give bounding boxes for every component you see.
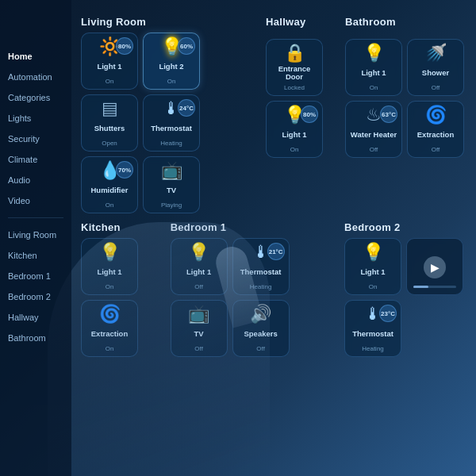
sidebar-item-video[interactable]: Video [0,192,71,209]
sidebar-item-kitchen[interactable]: Kitchen [0,247,71,264]
sidebar-item-bathroom[interactable]: Bathroom [0,329,71,347]
hallway-title: Hallway [266,16,337,28]
tile-speakers-bedroom1[interactable]: 🔊 Speakers Off [232,300,290,357]
bathroom-title-col: Bathroom [345,16,468,33]
status-bed1-tv: Off [194,345,203,352]
living-room-grid: 80% 🔆 Light 1 On 60% 💡 Light 2 On ▤ Shut… [81,33,258,213]
bed1-tv-icon: 📺 [188,305,209,323]
bedroom2-title: Bedroom 2 [344,221,468,233]
tile-water-heater[interactable]: 63°C ♨ Water Heater Off [345,101,402,158]
status-bed2-thermo: Heating [362,345,384,352]
tile-tv-bedroom1[interactable]: 📺 TV Off [171,300,228,357]
tile-light1-bedroom1[interactable]: 💡 Light 1 Off [171,238,228,295]
tile-thermostat-bedroom1[interactable]: 21°C 🌡 Thermostat Heating [232,238,290,295]
label-extraction-bathroom: Extraction [417,131,454,139]
bottom-row: Kitchen 💡 Light 1 On 🌀 Extraction On Bed… [81,221,468,357]
label-bed1-light: Light 1 [186,268,211,276]
tile-light1-hallway[interactable]: 80% 💡 Light 1 On [266,101,323,158]
status-kitchen-light: On [106,283,114,290]
status-light1: On [106,78,114,85]
kitchen-lamp-icon: 💡 [99,244,121,261]
tile-tv-livingroom[interactable]: 📺 TV Playing [143,156,200,213]
label-thermostat: Thermostat [151,125,192,132]
heater-icon: ♨ [366,106,382,124]
sidebar-item-hallway[interactable]: Hallway [0,309,71,326]
tile-light1-kitchen[interactable]: 💡 Light 1 On [81,238,138,295]
label-hallway-light: Light 1 [282,131,306,139]
label-speakers: Speakers [244,330,277,338]
hallway-bathroom-titles: Hallway Bathroom [266,16,468,33]
tile-thermostat-bedroom2[interactable]: 23°C 🌡 Thermostat Heating [344,300,401,357]
tile-shower[interactable]: 🚿 Shower Off [407,39,464,96]
tile-thermostat-livingroom[interactable]: 24°C 🌡 Thermostat Heating [143,94,200,152]
badge-light1: 80% [116,37,133,55]
hallway-title-col: Hallway [266,16,337,33]
label-entrance: Entrance Door [270,65,319,82]
label-humidifier: Humidifier [91,186,129,194]
tile-video-bedroom2[interactable]: ▶ [406,238,463,295]
bathroom-devices: 💡 Light 1 On 🚿 Shower Off 63°C ♨ Water H… [345,39,468,158]
status-entrance: Locked [284,84,305,91]
status-hallway-light: On [290,146,299,153]
bedroom1-grid: 💡 Light 1 Off 21°C 🌡 Thermostat Heating … [171,238,336,357]
tile-entrance-door[interactable]: 🔒 Entrance Door Locked [266,39,323,96]
sidebar-divider [8,217,63,218]
sidebar-item-audio[interactable]: Audio [0,171,71,189]
label-shutters: Shutters [94,125,125,132]
status-tv: Playing [161,202,182,209]
speaker-icon: 🔊 [250,305,271,323]
shower-icon: 🚿 [425,44,447,62]
tile-extraction-bathroom[interactable]: 🌀 Extraction Off [407,101,464,158]
tv-icon: 📺 [161,162,182,179]
sidebar-item-categories[interactable]: Categories [0,89,71,106]
main-content: Living Room 80% 🔆 Light 1 On 60% 💡 Light… [70,0,476,476]
video-progress-bar [413,286,456,288]
tile-light1-livingroom[interactable]: 80% 🔆 Light 1 On [81,33,138,90]
label-light2: Light 2 [159,63,183,71]
label-tv: TV [167,186,176,194]
status-bathroom-light: On [370,84,378,91]
tile-light1-bedroom2[interactable]: 💡 Light 1 On [344,238,401,295]
top-row: Living Room 80% 🔆 Light 1 On 60% 💡 Light… [81,16,468,213]
fan-bathroom-icon: 🌀 [425,106,447,124]
tile-extraction-kitchen[interactable]: 🌀 Extraction On [81,300,138,357]
badge-humidifier: 70% [116,161,133,178]
sidebar-item-home[interactable]: Home [0,48,71,65]
bed1-lamp-icon: 💡 [188,244,209,261]
sidebar: Home Automation Categories Lights Securi… [0,0,71,476]
bedroom2-grid: 💡 Light 1 On ▶ 23°C 🌡 Thermostat Heating [344,238,468,357]
play-button[interactable]: ▶ [424,256,446,278]
label-heater: Water Heater [351,131,397,139]
sidebar-item-climate[interactable]: Climate [0,151,71,168]
sidebar-item-livingroom[interactable]: Living Room [0,226,71,244]
sidebar-item-automation[interactable]: Automation [0,68,71,86]
badge-heater: 63°C [380,106,397,123]
kitchen-grid: 💡 Light 1 On 🌀 Extraction On [81,238,163,357]
bathroom-lamp-icon: 💡 [363,44,385,62]
video-progress-fill [413,286,428,288]
sidebar-item-bedroom1[interactable]: Bedroom 1 [0,267,71,285]
label-kitchen-light: Light 1 [97,268,121,276]
tile-humidifier-livingroom[interactable]: 70% 💧 Humidifier On [81,156,138,213]
tile-light2-livingroom[interactable]: 60% 💡 Light 2 On [143,33,200,90]
label-bed1-thermo: Thermostat [240,268,282,276]
sidebar-item-bedroom2[interactable]: Bedroom 2 [0,288,71,305]
sidebar-item-lights[interactable]: Lights [0,109,71,127]
tile-light1-bathroom[interactable]: 💡 Light 1 On [345,39,402,96]
sidebar-item-security[interactable]: Security [0,130,71,148]
right-sections: Hallway Bathroom 🔒 Entrance Door Locked … [266,16,468,213]
status-extraction-kitchen: On [106,345,114,352]
badge-bed2-thermo: 23°C [379,305,397,322]
status-speakers: Off [256,345,265,352]
living-room-section: Living Room 80% 🔆 Light 1 On 60% 💡 Light… [81,16,258,213]
label-bed1-tv: TV [194,330,204,338]
badge-bed1-thermo: 21°C [267,243,285,260]
label-bed2-thermo: Thermostat [352,330,393,338]
bed2-lamp-icon: 💡 [363,244,384,261]
fan-kitchen-icon: 🌀 [99,305,121,323]
hallway-devices: 🔒 Entrance Door Locked 80% 💡 Light 1 On [266,39,337,158]
living-room-title: Living Room [81,16,258,28]
bedroom1-title: Bedroom 1 [171,221,336,233]
badge-hallway-light: 80% [301,106,318,123]
tile-shutters-livingroom[interactable]: ▤ Shutters Open [81,94,138,152]
